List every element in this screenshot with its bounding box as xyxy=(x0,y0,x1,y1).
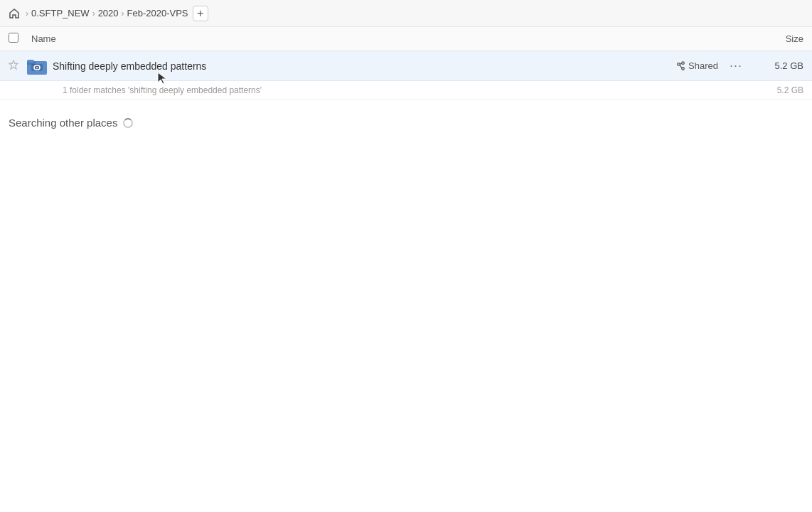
match-info-bar: 1 folder matches 'shifting deeply embedd… xyxy=(0,81,812,100)
svg-rect-3 xyxy=(27,60,34,63)
svg-line-9 xyxy=(680,63,682,64)
select-all-checkbox[interactable] xyxy=(9,33,26,45)
add-breadcrumb-button[interactable]: + xyxy=(193,6,208,21)
more-options-button[interactable]: ··· xyxy=(730,58,742,73)
shared-label: Shared xyxy=(688,60,718,71)
folder-name: Shifting deeply embedded patterns xyxy=(53,60,675,72)
breadcrumb-item-0[interactable]: 0.SFTP_NEW xyxy=(31,8,90,18)
svg-marker-0 xyxy=(9,60,18,69)
size-column-header: Size xyxy=(747,33,803,44)
breadcrumb-bar: › 0.SFTP_NEW › 2020 › Feb-2020-VPS + xyxy=(0,0,812,27)
breadcrumb-item-1[interactable]: 2020 xyxy=(98,8,119,18)
name-column-header: Name xyxy=(31,33,747,44)
file-size: 5.2 GB xyxy=(754,60,803,71)
match-size: 5.2 GB xyxy=(777,85,803,95)
home-breadcrumb[interactable] xyxy=(9,8,20,19)
loading-spinner xyxy=(123,118,133,128)
shared-badge[interactable]: Shared xyxy=(675,60,718,71)
column-header: Name Size xyxy=(0,27,812,51)
breadcrumb-sep-3: › xyxy=(122,9,124,18)
breadcrumb-item-2[interactable]: Feb-2020-VPS xyxy=(127,8,188,18)
searching-other-places-section: Searching other places xyxy=(0,100,812,137)
folder-icon xyxy=(27,56,47,76)
file-row-shifting[interactable]: Shifting deeply embedded patterns Shared… xyxy=(0,51,812,81)
breadcrumb-sep-1: › xyxy=(26,9,28,18)
svg-point-7 xyxy=(682,61,685,64)
searching-title-text: Searching other places xyxy=(9,117,117,129)
star-icon[interactable] xyxy=(9,60,23,72)
breadcrumb-sep-2: › xyxy=(92,9,95,18)
more-icon: ··· xyxy=(730,58,742,73)
select-all-input[interactable] xyxy=(9,33,18,43)
match-text: 1 folder matches 'shifting deeply embedd… xyxy=(63,85,262,95)
svg-line-10 xyxy=(680,65,682,68)
searching-title: Searching other places xyxy=(9,117,803,129)
